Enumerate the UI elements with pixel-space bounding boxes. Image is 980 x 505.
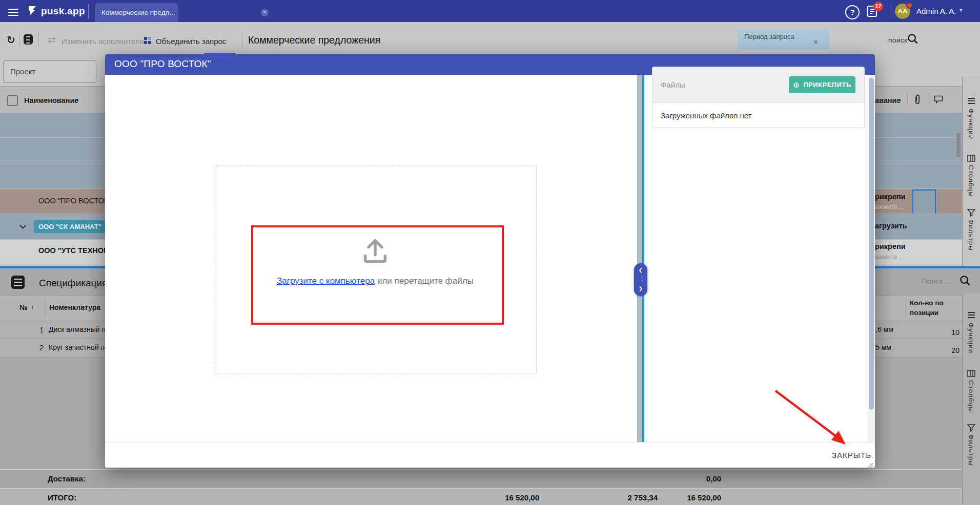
num-column-header[interactable]: № (19, 303, 28, 311)
status-fragment: рикрепи (875, 193, 906, 201)
delivery-row: Доставка: 0,00 (0, 469, 980, 489)
status-fragment: рикрепи (875, 242, 906, 250)
spec-search-icon[interactable] (959, 275, 971, 286)
chevron-right-icon[interactable] (639, 286, 643, 292)
col-divider-2 (929, 93, 929, 106)
drag-dots-icon[interactable]: ⋮ (639, 276, 645, 282)
resize-handle-icon[interactable] (867, 462, 873, 468)
plus-circle-icon: ⊕ (793, 80, 800, 90)
brand-logo[interactable]: pusk.app (41, 6, 85, 17)
dialog-scrollbar-thumb[interactable] (869, 78, 874, 410)
total-value-final: 16 520,00 (649, 493, 721, 502)
spec-row-name: Диск алмазный по (49, 325, 110, 333)
merge-grid-icon (144, 37, 152, 45)
sort-asc-icon[interactable]: ↑ (31, 303, 34, 311)
filter-icon (967, 424, 975, 432)
delivery-value: 0,00 (670, 474, 721, 483)
pusk-logo-icon (27, 5, 38, 16)
paperclip-icon[interactable] (913, 94, 922, 105)
spec-row-qty: 20 (933, 346, 959, 354)
toolbar-divider-2 (38, 31, 39, 47)
company-badge[interactable]: ООО "СК АМАНАТ" (34, 220, 106, 233)
files-header-label: Файлы (661, 80, 685, 89)
page-title: Коммерческие предложения (248, 34, 380, 46)
user-name[interactable]: Admin A. A. (916, 7, 956, 15)
files-card: Файлы ⊕ ПРИКРЕПИТЬ Загруженных файлов не… (652, 67, 865, 128)
functions-icon (968, 310, 975, 320)
row-text: ООО "УТС ТЕХНОНИ (38, 246, 114, 255)
avatar-status-dot (906, 2, 913, 9)
tab-filters[interactable]: Фильтры (967, 219, 975, 251)
period-chip-close-icon[interactable]: ✕ (813, 38, 819, 46)
status-hint-fragment: ажмите ... (875, 254, 904, 261)
delivery-label: Доставка: (48, 474, 86, 483)
dialog-title: ООО "ПРО ВОСТОК" (114, 58, 211, 70)
spec-divider (32, 275, 32, 290)
project-filter-placeholder: Проект (10, 67, 35, 76)
tab-columns-bottom[interactable]: Столбцы (967, 380, 975, 412)
annotation-highlight-rect (251, 225, 504, 325)
total-label: ИТОГО: (48, 493, 76, 502)
files-card-header: Файлы ⊕ ПРИКРЕПИТЬ (652, 67, 864, 103)
chevron-down-icon[interactable] (19, 225, 26, 229)
swap-executor-icon: ⇄ (48, 34, 56, 46)
period-filter-chip[interactable]: Период запроса ✕ (738, 29, 829, 50)
total-row: ИТОГО: 16 520,00 2 753,34 16 520,00 (0, 488, 980, 505)
project-filter-input[interactable]: Проект (3, 60, 96, 83)
focused-cell[interactable] (912, 190, 936, 215)
spec-row-dim-fragment: 5 мм (875, 343, 891, 351)
dialog-footer: ЗАКРЫТЬ (105, 442, 875, 468)
spec-row-num: 2 (21, 344, 44, 352)
attach-button-label: ПРИКРЕПИТЬ (803, 81, 851, 89)
spec-row-name: Круг зачистной по (49, 343, 109, 351)
toolbar: ↻ ⇄ Изменить исполнителя Объединить запр… (0, 22, 980, 54)
user-menu-caret-icon[interactable]: ▾ (959, 7, 963, 13)
row-text: ООО "ПРО ВОСТОК" (38, 197, 111, 205)
toolbar-divider (19, 31, 19, 47)
name2-column-header-fragment: авание (875, 96, 901, 104)
spec-panel-title: Спецификация п (39, 278, 115, 289)
tab-columns[interactable]: Столбцы (967, 165, 975, 197)
filter-icon (967, 209, 975, 217)
tab-functions-bottom[interactable]: Функции (967, 323, 975, 353)
select-all-checkbox[interactable] (7, 95, 18, 106)
merge-request-button[interactable]: Объединить запрос (156, 37, 226, 46)
tab-functions[interactable]: Функции (967, 109, 975, 139)
spec-col-divider (45, 300, 46, 317)
refresh-icon[interactable]: ↻ (7, 34, 15, 46)
tab-close-icon[interactable]: ✕ (261, 9, 269, 16)
spec-panel-icon[interactable] (11, 276, 25, 289)
columns-icon (967, 370, 975, 377)
side-panel-strip-top: Функции Столбцы Фильтры (962, 77, 980, 266)
nomenclature-column-header[interactable]: Номенклатура (49, 303, 100, 311)
search-button-label[interactable]: поиск (888, 36, 908, 44)
table-scrollbar-thumb[interactable] (956, 133, 961, 157)
pane-collapse-handle[interactable]: ⋮ (634, 263, 647, 296)
help-icon[interactable]: ? (845, 5, 860, 19)
side-panel-strip-bottom: Функции Столбцы Фильтры (962, 293, 980, 505)
qty-column-header[interactable]: Кол-во по позиции (910, 299, 957, 318)
nav-divider (88, 4, 89, 18)
status-hint-fragment: ажмите ... (875, 203, 904, 211)
tab-commercial-offers[interactable]: Коммерческие предл... ✕ (95, 3, 178, 22)
spec-row-qty: 10 (933, 328, 959, 336)
spec-row-num: 1 (21, 326, 44, 334)
top-navbar: pusk.app Коммерческие предл... ✕ ? 17 AA… (0, 0, 980, 22)
col-divider (907, 93, 908, 106)
document-icon[interactable] (24, 34, 33, 45)
name-column-header[interactable]: Наименование (24, 96, 78, 104)
notification-badge: 17 (873, 2, 883, 11)
hamburger-menu-icon[interactable] (8, 7, 18, 18)
chevron-left-icon[interactable] (639, 267, 643, 273)
left-pane-scrollbar[interactable] (637, 75, 642, 442)
tab-filters-bottom[interactable]: Фильтры (967, 434, 975, 466)
search-icon[interactable] (907, 33, 918, 45)
period-chip-label: Период запроса (744, 33, 794, 40)
nav-divider-2 (890, 5, 890, 17)
spec-search-placeholder[interactable]: Поиск... (922, 277, 949, 285)
attach-button[interactable]: ⊕ ПРИКРЕПИТЬ (789, 76, 855, 93)
comment-icon[interactable] (934, 95, 943, 103)
spec-col-divider-2 (905, 300, 906, 317)
total-value-weight: 2 753,34 (586, 493, 658, 502)
tab-label: Коммерческие предл... (101, 9, 175, 16)
